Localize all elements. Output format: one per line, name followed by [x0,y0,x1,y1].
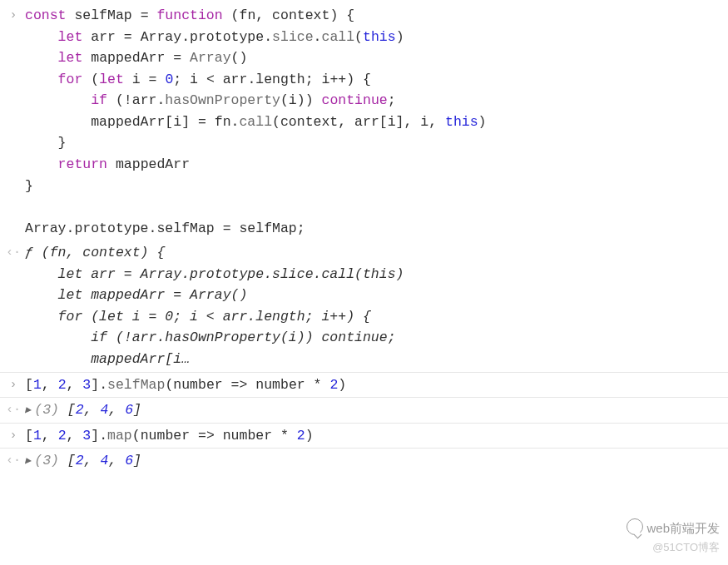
result-icon: ‹· [2,450,25,470]
prompt-icon: › [2,425,25,445]
console-output-panel: ›const selfMap = function (fn, context) … [0,0,728,477]
code-content: ▶(3) [2, 4, 6] [25,399,723,421]
code-content: ƒ (fn, context) { let arr = Array.protot… [25,242,723,369]
console-input-row[interactable]: ›[1, 2, 3].selfMap(number => number * 2) [0,372,728,398]
expand-icon[interactable]: ▶ [25,453,31,469]
result-icon: ‹· [2,399,25,419]
console-input-row[interactable]: ›const selfMap = function (fn, context) … [0,3,728,240]
prompt-icon: › [2,374,25,394]
code-content: const selfMap = function (fn, context) {… [25,5,723,239]
console-input-row[interactable]: ›[1, 2, 3].map(number => number * 2) [0,423,728,449]
console-output-row: ‹·ƒ (fn, context) { let arr = Array.prot… [0,240,728,371]
code-content: [1, 2, 3].selfMap(number => number * 2) [25,374,723,396]
code-content: ▶(3) [2, 4, 6] [25,450,723,472]
result-icon: ‹· [2,242,25,262]
expand-icon[interactable]: ▶ [25,403,31,419]
console-output-row: ‹·▶(3) [2, 4, 6] [0,397,728,423]
console-output-row: ‹·▶(3) [2, 4, 6] [0,448,728,473]
code-content: [1, 2, 3].map(number => number * 2) [25,425,723,447]
prompt-icon: › [2,5,25,25]
